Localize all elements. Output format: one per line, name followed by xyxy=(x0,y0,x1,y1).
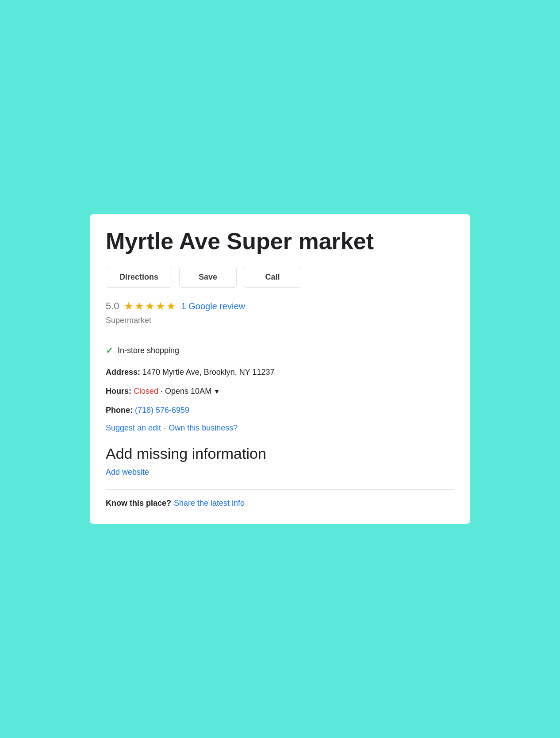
rating-score: 5.0 xyxy=(106,300,119,312)
rating-row: 5.0 ★★★★★ 1 Google review xyxy=(106,300,454,312)
hours-row: Hours: Closed · Opens 10AM ▼ xyxy=(106,385,454,397)
in-store-shopping-row: ✓ In-store shopping xyxy=(106,345,454,356)
add-missing-info-title: Add missing information xyxy=(106,445,454,462)
add-website-link[interactable]: Add website xyxy=(106,468,149,477)
hours-dropdown-icon[interactable]: ▼ xyxy=(214,388,220,395)
own-business-link[interactable]: Own this business? xyxy=(169,423,238,433)
in-store-shopping-label: In-store shopping xyxy=(118,346,179,355)
divider-top xyxy=(106,336,454,336)
directions-button[interactable]: Directions xyxy=(106,267,172,288)
business-card: Myrtle Ave Super market Directions Save … xyxy=(90,214,470,524)
save-button[interactable]: Save xyxy=(179,267,237,288)
phone-row: Phone: (718) 576-6959 xyxy=(106,404,454,416)
phone-label: Phone: xyxy=(106,406,133,415)
divider-bottom xyxy=(106,489,454,490)
star-icons: ★★★★★ xyxy=(124,300,177,312)
check-icon: ✓ xyxy=(106,345,113,356)
edit-separator: · xyxy=(164,423,166,433)
address-value: 1470 Myrtle Ave, Brooklyn, NY 11237 xyxy=(142,368,275,377)
address-row: Address: 1470 Myrtle Ave, Brooklyn, NY 1… xyxy=(106,366,454,378)
suggest-edit-link[interactable]: Suggest an edit xyxy=(106,423,161,433)
phone-link[interactable]: (718) 576-6959 xyxy=(135,406,189,415)
hours-opens: · Opens 10AM xyxy=(161,387,214,396)
know-this-place-row: Know this place? Share the latest info xyxy=(106,499,454,508)
share-latest-info-link[interactable]: Share the latest info xyxy=(174,499,245,508)
hours-status: Closed xyxy=(134,387,158,396)
store-title: Myrtle Ave Super market xyxy=(106,228,454,255)
address-label: Address: xyxy=(106,368,140,377)
action-buttons: Directions Save Call xyxy=(106,267,454,288)
edit-row: Suggest an edit · Own this business? xyxy=(106,423,454,433)
hours-label: Hours: xyxy=(106,387,131,396)
google-review-link[interactable]: 1 Google review xyxy=(181,301,245,311)
call-button[interactable]: Call xyxy=(244,267,301,288)
category-label: Supermarket xyxy=(106,316,454,325)
know-this-place-label: Know this place? xyxy=(106,499,171,508)
info-section: Address: 1470 Myrtle Ave, Brooklyn, NY 1… xyxy=(106,366,454,416)
